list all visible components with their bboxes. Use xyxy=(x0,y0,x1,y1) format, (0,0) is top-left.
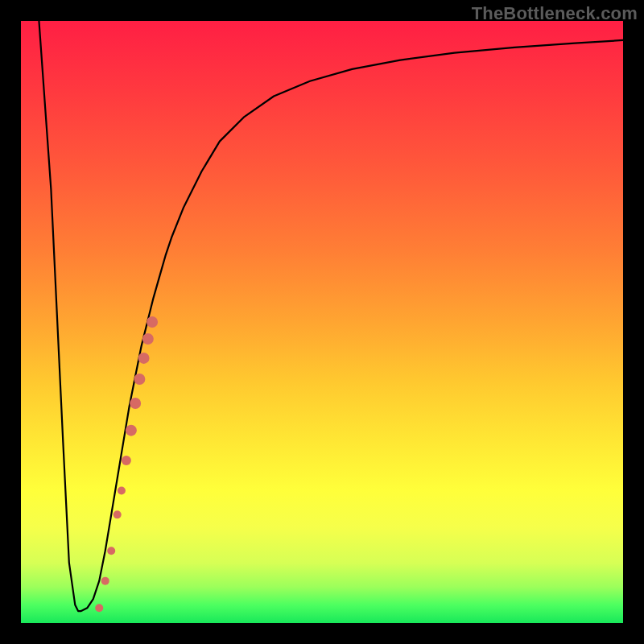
bottleneck-curve xyxy=(39,21,623,611)
data-marker xyxy=(126,425,137,436)
data-marker xyxy=(114,510,122,518)
chart-frame: TheBottleneck.com xyxy=(0,0,644,644)
marker-group xyxy=(95,316,158,612)
data-marker xyxy=(107,547,115,555)
data-marker xyxy=(138,353,150,364)
data-marker xyxy=(122,456,131,465)
data-marker xyxy=(130,398,141,409)
data-marker xyxy=(134,374,145,385)
data-marker xyxy=(118,486,126,494)
curve-svg xyxy=(21,21,623,623)
data-marker xyxy=(142,333,154,345)
plot-area xyxy=(21,21,623,623)
data-marker xyxy=(95,604,103,612)
watermark-text: TheBottleneck.com xyxy=(472,3,638,24)
data-marker xyxy=(147,316,158,328)
data-marker xyxy=(101,577,109,585)
